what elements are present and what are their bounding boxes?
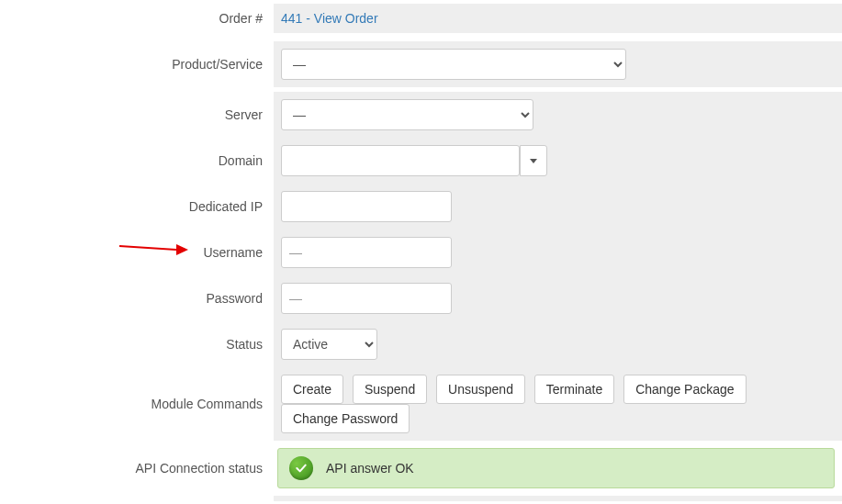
caret-down-icon [530, 159, 537, 163]
label-order: Order # [0, 11, 274, 26]
label-domain: Domain [0, 153, 274, 168]
svg-marker-1 [176, 244, 188, 255]
domain-dropdown-button[interactable] [520, 145, 547, 176]
row-username: Username [0, 230, 842, 275]
status-select[interactable]: Active [281, 329, 377, 360]
password-input[interactable] [281, 283, 452, 314]
value-username [274, 230, 842, 275]
svg-line-0 [119, 246, 176, 250]
change-password-button[interactable]: Change Password [281, 404, 410, 433]
domain-group [281, 145, 835, 176]
value-password [274, 275, 842, 321]
username-input[interactable] [281, 237, 452, 268]
check-icon [289, 456, 313, 480]
unsuspend-button[interactable]: Unsuspend [436, 375, 525, 404]
row-api-status: API Connection status API answer OK [0, 441, 842, 496]
row-server: Server — [0, 92, 842, 138]
form-container: Order # 441 - View Order Product/Service… [0, 0, 842, 504]
row-password: Password [0, 275, 842, 321]
value-order: 441 - View Order [274, 4, 842, 33]
suspend-button[interactable]: Suspend [353, 375, 427, 404]
domain-input[interactable] [281, 145, 520, 176]
label-dedicated-ip: Dedicated IP [0, 199, 274, 214]
label-module-commands: Module Commands [0, 397, 274, 411]
row-status: Status Active [0, 321, 842, 367]
dedicated-ip-input[interactable] [281, 191, 452, 222]
label-product: Product/Service [0, 57, 274, 72]
label-password: Password [0, 291, 274, 306]
value-module-commands: Create Suspend Unsuspend Terminate Chang… [274, 367, 842, 441]
product-select[interactable]: — [281, 49, 626, 80]
create-button[interactable]: Create [281, 375, 343, 404]
row-domain: Domain [0, 138, 842, 184]
server-select[interactable]: — [281, 99, 533, 130]
change-package-button[interactable]: Change Package [623, 375, 746, 404]
terminate-button[interactable]: Terminate [534, 375, 614, 404]
label-api-status: API Connection status [0, 461, 274, 476]
row-dedicated-ip: Dedicated IP [0, 184, 842, 230]
value-api-status: API answer OK [274, 441, 842, 496]
label-server: Server [0, 107, 274, 122]
red-arrow-icon [119, 241, 188, 259]
api-status-text: API answer OK [326, 461, 414, 476]
row-module-commands: Module Commands Create Suspend Unsuspend… [0, 367, 842, 441]
value-domain [274, 138, 842, 184]
value-server: — [274, 92, 842, 138]
order-link[interactable]: 441 - View Order [281, 11, 378, 26]
value-dedicated-ip [274, 184, 842, 230]
api-status-box: API answer OK [277, 448, 835, 488]
value-product: — [274, 41, 842, 87]
row-order: Order # 441 - View Order [0, 0, 842, 37]
row-product: Product/Service — [0, 37, 842, 92]
value-status: Active [274, 321, 842, 367]
label-status: Status [0, 337, 274, 352]
